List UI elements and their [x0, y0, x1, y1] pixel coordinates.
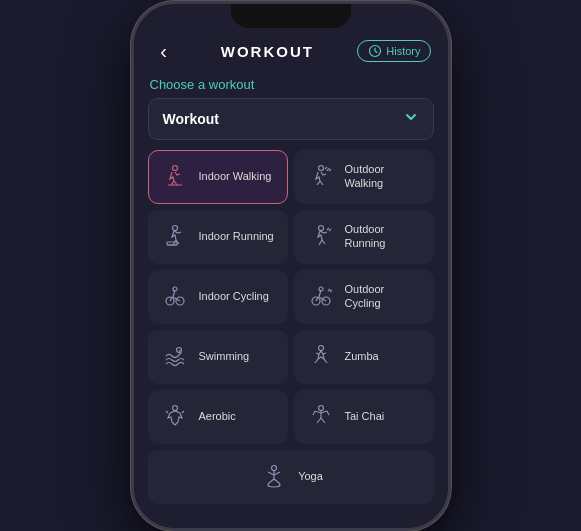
workout-item-swimming[interactable]: Swimming [148, 330, 288, 384]
tai-chai-label: Tai Chai [345, 410, 385, 423]
page-title: WORKOUT [221, 43, 314, 60]
indoor-walking-icon [159, 161, 191, 193]
notch [231, 4, 351, 28]
indoor-cycling-icon [159, 281, 191, 313]
indoor-walking-label: Indoor Walking [199, 170, 272, 183]
svg-point-17 [318, 405, 323, 410]
outdoor-cycling-icon [305, 281, 337, 313]
phone-shell: ‹ WORKOUT History Choose a workout Worko… [131, 1, 451, 531]
back-button[interactable]: ‹ [150, 40, 178, 63]
workout-item-indoor-walking[interactable]: Indoor Walking [148, 150, 288, 204]
outdoor-running-label: Outdoor Running [345, 223, 423, 249]
workout-item-outdoor-cycling[interactable]: Outdoor Cycling [294, 270, 434, 324]
workout-dropdown[interactable]: Workout [148, 98, 434, 140]
workout-item-yoga[interactable]: Yoga [148, 450, 434, 504]
workout-item-aerobic[interactable]: Aerobic [148, 390, 288, 444]
svg-point-16 [172, 405, 177, 410]
outdoor-walking-icon [305, 161, 337, 193]
workout-item-outdoor-running[interactable]: Outdoor Running [294, 210, 434, 264]
header: ‹ WORKOUT History [134, 32, 448, 69]
outdoor-walking-label: Outdoor Walking [345, 163, 423, 189]
svg-point-15 [318, 345, 323, 350]
history-icon [368, 44, 382, 58]
svg-point-1 [172, 165, 177, 170]
indoor-running-icon [159, 221, 191, 253]
workout-item-zumba[interactable]: Zumba [294, 330, 434, 384]
screen: ‹ WORKOUT History Choose a workout Worko… [134, 4, 448, 528]
zumba-label: Zumba [345, 350, 379, 363]
workout-grid: Indoor Walking Outdoor Walking [134, 150, 448, 504]
swimming-label: Swimming [199, 350, 250, 363]
workout-item-outdoor-walking[interactable]: Outdoor Walking [294, 150, 434, 204]
outdoor-running-icon [305, 221, 337, 253]
chevron-down-icon [403, 109, 419, 129]
history-button[interactable]: History [357, 40, 431, 62]
aerobic-icon [159, 401, 191, 433]
svg-point-7 [318, 225, 323, 230]
workout-item-tai-chai[interactable]: Tai Chai [294, 390, 434, 444]
yoga-icon [258, 461, 290, 493]
svg-point-4 [172, 225, 177, 230]
svg-point-18 [272, 465, 277, 470]
swimming-icon [159, 341, 191, 373]
choose-workout-subtitle: Choose a workout [134, 69, 448, 98]
dropdown-label: Workout [163, 111, 220, 127]
aerobic-label: Aerobic [199, 410, 236, 423]
yoga-label: Yoga [298, 470, 323, 483]
tai-chai-icon [305, 401, 337, 433]
workout-item-indoor-cycling[interactable]: Indoor Cycling [148, 270, 288, 324]
zumba-icon [305, 341, 337, 373]
outdoor-cycling-label: Outdoor Cycling [345, 283, 423, 309]
svg-point-3 [318, 165, 323, 170]
indoor-running-label: Indoor Running [199, 230, 274, 243]
history-label: History [386, 45, 420, 57]
indoor-cycling-label: Indoor Cycling [199, 290, 269, 303]
workout-item-indoor-running[interactable]: Indoor Running [148, 210, 288, 264]
